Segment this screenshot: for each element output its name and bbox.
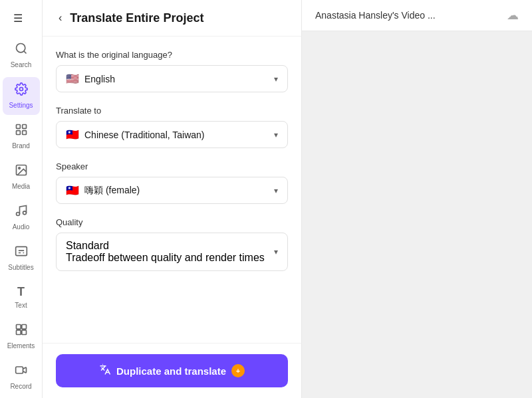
quality-group: Quality Standard Tradeoff between qualit… (56, 217, 288, 271)
original-language-label: What is the original language? (56, 50, 288, 60)
elements-icon (15, 323, 28, 340)
translate-button[interactable]: Duplicate and translate + (56, 354, 288, 387)
quality-title: Standard (66, 240, 265, 252)
search-icon (15, 42, 28, 58)
sidebar-item-settings[interactable]: Settings (3, 77, 40, 115)
sidebar-label-record: Record (10, 383, 31, 391)
sidebar-label-settings: Settings (9, 102, 33, 110)
translate-to-label: Translate to (56, 106, 288, 116)
speaker-flag-icon: 🇹🇼 (66, 184, 79, 197)
text-icon: T (17, 285, 25, 299)
chevron-down-icon-4: ▾ (274, 247, 278, 256)
sidebar-label-media: Media (12, 183, 30, 191)
sidebar: ☰ Search Settings Brand Media Audio (0, 0, 43, 398)
quality-info: Standard Tradeoff between quality and re… (66, 240, 265, 264)
svg-rect-4 (16, 131, 20, 135)
original-language-select-left: 🇺🇸 English (66, 72, 115, 85)
svg-point-7 (18, 167, 19, 169)
main-header: Anastasia Hansley's Video ... ☁ (302, 0, 532, 31)
panel-content: What is the original language? 🇺🇸 Englis… (43, 37, 301, 343)
project-name: Anastasia Hansley's Video ... (315, 10, 436, 21)
panel-title: Translate Entire Project (70, 11, 203, 25)
translate-to-group: Translate to 🇹🇼 Chinese (Traditional, Ta… (56, 106, 288, 148)
original-language-group: What is the original language? 🇺🇸 Englis… (56, 50, 288, 92)
sidebar-label-brand: Brand (12, 142, 30, 150)
sidebar-label-elements: Elements (7, 342, 35, 350)
back-button[interactable]: ‹ (56, 11, 65, 25)
sidebar-item-search[interactable]: Search (3, 37, 40, 74)
svg-point-0 (16, 44, 25, 52)
translate-to-value: Chinese (Traditional, Taiwan) (84, 130, 205, 140)
svg-rect-3 (22, 125, 26, 129)
svg-rect-5 (22, 131, 26, 135)
chevron-down-icon-2: ▾ (274, 130, 278, 140)
translate-panel: ‹ Translate Entire Project What is the o… (43, 0, 302, 398)
speaker-value: 嗨穎 (female) (84, 185, 140, 197)
record-icon (15, 363, 28, 380)
quality-subtitle: Tradeoff between quality and render time… (66, 252, 265, 264)
audio-icon (15, 204, 28, 221)
sidebar-item-elements[interactable]: Elements (3, 318, 40, 355)
speaker-label: Speaker (56, 161, 288, 171)
media-icon (15, 163, 28, 180)
brand-icon (15, 123, 28, 140)
original-language-value: English (84, 74, 115, 84)
sidebar-label-subtitles: Subtitles (8, 264, 33, 272)
us-flag-icon: 🇺🇸 (66, 72, 79, 85)
hamburger-menu[interactable]: ☰ (7, 5, 29, 31)
settings-icon (15, 82, 28, 99)
sidebar-item-record[interactable]: Record (3, 358, 40, 396)
svg-rect-2 (16, 125, 20, 129)
sidebar-item-media[interactable]: Media (3, 158, 40, 196)
panel-header: ‹ Translate Entire Project (43, 0, 301, 37)
speaker-select-left: 🇹🇼 嗨穎 (female) (66, 184, 140, 197)
sidebar-item-audio[interactable]: Audio (3, 199, 40, 237)
tw-flag-icon: 🇹🇼 (66, 128, 79, 141)
subtitles-icon (15, 245, 28, 261)
speaker-select[interactable]: 🇹🇼 嗨穎 (female) ▾ (56, 177, 288, 204)
svg-point-1 (19, 88, 23, 91)
svg-rect-12 (21, 325, 26, 330)
sidebar-item-text[interactable]: T Text (3, 280, 40, 315)
original-language-select[interactable]: 🇺🇸 English ▾ (56, 65, 288, 92)
sidebar-item-brand[interactable]: Brand (3, 118, 40, 155)
translate-button-badge: + (231, 364, 245, 377)
quality-label: Quality (56, 217, 288, 227)
panel-footer: Duplicate and translate + (43, 343, 301, 398)
svg-point-8 (16, 213, 19, 216)
sidebar-item-subtitles[interactable]: Subtitles (3, 239, 40, 277)
svg-rect-11 (16, 325, 21, 330)
translate-button-label: Duplicate and translate (116, 365, 226, 377)
svg-rect-13 (16, 330, 21, 335)
svg-rect-15 (15, 367, 23, 373)
translate-to-select-left: 🇹🇼 Chinese (Traditional, Taiwan) (66, 128, 205, 141)
speaker-group: Speaker 🇹🇼 嗨穎 (female) ▾ (56, 161, 288, 204)
cloud-sync-icon[interactable]: ☁ (507, 8, 519, 23)
chevron-down-icon: ▾ (274, 74, 278, 84)
sidebar-label-text: Text (15, 302, 27, 310)
chevron-down-icon-3: ▾ (274, 186, 278, 195)
main-canvas (302, 31, 532, 398)
svg-point-9 (23, 211, 26, 215)
translate-to-select[interactable]: 🇹🇼 Chinese (Traditional, Taiwan) ▾ (56, 121, 288, 148)
quality-select[interactable]: Standard Tradeoff between quality and re… (56, 233, 288, 271)
sidebar-label-search: Search (11, 61, 32, 69)
main-content: Anastasia Hansley's Video ... ☁ (302, 0, 532, 398)
translate-btn-icon (99, 363, 111, 378)
sidebar-label-audio: Audio (13, 223, 30, 231)
svg-rect-14 (21, 330, 26, 335)
